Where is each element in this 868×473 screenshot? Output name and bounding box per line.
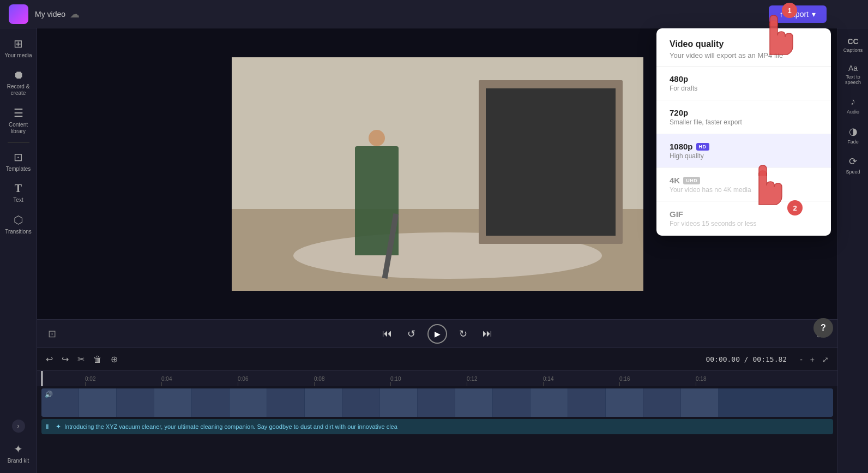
fast-forward-button[interactable]: ↻ (456, 325, 471, 343)
skip-to-end-button[interactable]: ⏭ (479, 325, 496, 343)
timeline-playhead[interactable] (41, 371, 43, 386)
caption-pause-icon: ⏸ (44, 423, 50, 430)
left-sidebar: ⊞ Your media ⏺ Record & create ☰ Content… (0, 28, 37, 473)
export-arrow-icon: ↑ (780, 10, 783, 19)
video-thumb-17 (643, 388, 680, 417)
caption-track[interactable]: ⏸ ✦ Introducing the XYZ vacuum cleaner, … (41, 419, 833, 434)
uhd-badge: UHD (683, 177, 700, 184)
content-library-icon: ☰ (14, 106, 23, 119)
record-icon: ⏺ (13, 69, 24, 81)
current-time: 00:00.00 (706, 355, 740, 363)
delete-button[interactable]: 🗑 (91, 352, 104, 367)
zoom-in-button[interactable]: + (808, 353, 817, 366)
video-thumb-4 (154, 388, 191, 417)
rs-item-text-to-speech[interactable]: Aa Text to speech (840, 59, 866, 89)
brand-kit-icon: ✦ (14, 442, 23, 456)
playback-corners-area: ⊡ (48, 328, 56, 340)
video-thumb-2 (79, 388, 116, 417)
fit-to-window-button[interactable]: ⤢ (820, 353, 831, 366)
text-to-speech-icon: Aa (848, 64, 858, 73)
video-track[interactable]: 🔊 (41, 388, 833, 417)
video-thumb-15 (568, 388, 605, 417)
project-title: My video (35, 10, 65, 19)
ruler-mark-0:18: 0:18 (696, 376, 706, 386)
export-dropdown-subtitle: Your video will export as an MP4 file (670, 51, 818, 59)
time-separator: / (744, 355, 753, 363)
export-option-4k-desc: Your video has no 4K media (670, 186, 818, 194)
rs-item-audio[interactable]: ♪ Audio (840, 92, 866, 119)
rs-item-speed[interactable]: ⟳ Speed (840, 151, 866, 179)
sidebar-collapse-button[interactable]: › (12, 420, 25, 433)
track-volume-icon: 🔊 (45, 391, 53, 398)
transitions-icon: ⬡ (14, 213, 23, 226)
total-time: 00:15.82 (753, 355, 787, 363)
text-icon: T (15, 182, 22, 195)
export-option-480p-desc: For drafts (670, 85, 818, 92)
rs-label-text-to-speech: Text to speech (842, 74, 864, 85)
video-thumb-12 (455, 388, 492, 417)
timeline-area: ↩ ↪ ✂ 🗑 ⊕ 00:00.00 / 00:15.82 - + ⤢ (37, 348, 837, 473)
sidebar-item-brand-kit[interactable]: ✦ Brand kit (2, 438, 35, 469)
rs-label-audio: Audio (847, 109, 859, 115)
sidebar-label-your-media: Your media (4, 52, 32, 59)
sidebar-label-record: Record & create (4, 83, 33, 97)
rewind-button[interactable]: ↺ (404, 325, 419, 343)
sidebar-item-text[interactable]: T Text (2, 178, 35, 208)
video-thumb-11 (418, 388, 455, 417)
video-scene (232, 57, 643, 291)
sidebar-item-transitions[interactable]: ⬡ Transitions (2, 209, 35, 240)
video-thumb-3 (117, 388, 154, 417)
export-option-1080p[interactable]: 1080p HD High quality (656, 134, 831, 168)
redo-button[interactable]: ↪ (59, 352, 71, 367)
export-option-1080p-name: 1080p HD (670, 142, 818, 151)
export-option-4k: 4K UHD Your video has no 4K media (656, 168, 831, 202)
audio-icon: ♪ (851, 96, 855, 107)
sidebar-item-your-media[interactable]: ⊞ Your media (2, 33, 35, 63)
skip-to-start-button[interactable]: ⏮ (379, 325, 395, 343)
sidebar-item-content-library[interactable]: ☰ Content library (2, 102, 35, 139)
export-option-720p[interactable]: 720p Smaller file, faster export (656, 100, 831, 134)
export-option-720p-name: 720p (670, 108, 818, 117)
hd-badge: HD (696, 143, 709, 151)
export-dropdown: Video quality Your video will export as … (656, 28, 831, 236)
export-option-4k-name: 4K UHD (670, 176, 818, 185)
help-button[interactable]: ? (813, 318, 833, 338)
export-option-480p[interactable]: 480p For drafts (656, 67, 831, 100)
rs-item-fade[interactable]: ◑ Fade (840, 121, 866, 149)
undo-button[interactable]: ↩ (44, 352, 55, 367)
zoom-out-button[interactable]: - (798, 353, 805, 366)
sidebar-label-templates: Templates (6, 166, 31, 172)
export-option-gif: GIF For videos 15 seconds or less (656, 202, 831, 236)
video-thumb-13 (493, 388, 530, 417)
ruler-mark-0:06: 0:06 (238, 376, 248, 386)
export-button[interactable]: ↑ Export ▾ (769, 5, 827, 23)
crop-button[interactable]: ⊡ (48, 328, 56, 340)
video-thumb-5 (192, 388, 229, 417)
sidebar-item-templates[interactable]: ⊡ Templates (2, 146, 35, 177)
export-option-gif-name: GIF (670, 209, 818, 219)
timeline-ruler: 0:02 0:04 0:06 0:08 (37, 371, 837, 386)
video-frame (232, 57, 643, 291)
export-chevron-icon: ▾ (812, 10, 816, 19)
duplicate-button[interactable]: ⊕ (108, 352, 120, 367)
video-thumb-18 (681, 388, 718, 417)
export-dropdown-title: Video quality (670, 39, 818, 49)
rs-label-fade: Fade (847, 139, 859, 145)
export-option-480p-name: 480p (670, 74, 818, 83)
ruler-mark-0:08: 0:08 (314, 376, 324, 386)
cloud-sync-icon: ☁ (70, 8, 80, 20)
caption-text: Introducing the XYZ vacuum cleaner, your… (64, 423, 397, 430)
cut-button[interactable]: ✂ (75, 352, 87, 367)
rs-label-speed: Speed (846, 169, 860, 175)
sidebar-label-brand-kit: Brand kit (8, 458, 29, 464)
export-option-720p-desc: Smaller file, faster export (670, 118, 818, 126)
ruler-mark-0:16: 0:16 (619, 376, 630, 386)
sidebar-label-transitions: Transitions (5, 229, 32, 235)
sidebar-item-record-create[interactable]: ⏺ Record & create (2, 64, 35, 101)
export-option-1080p-desc: High quality (670, 152, 818, 160)
timeline-tracks: 🔊 (37, 386, 837, 473)
rs-item-captions[interactable]: CC Captions (840, 33, 866, 57)
captions-icon: CC (847, 37, 858, 46)
ruler-mark-0:10: 0:10 (390, 376, 401, 386)
play-pause-button[interactable]: ▶ (427, 324, 447, 344)
